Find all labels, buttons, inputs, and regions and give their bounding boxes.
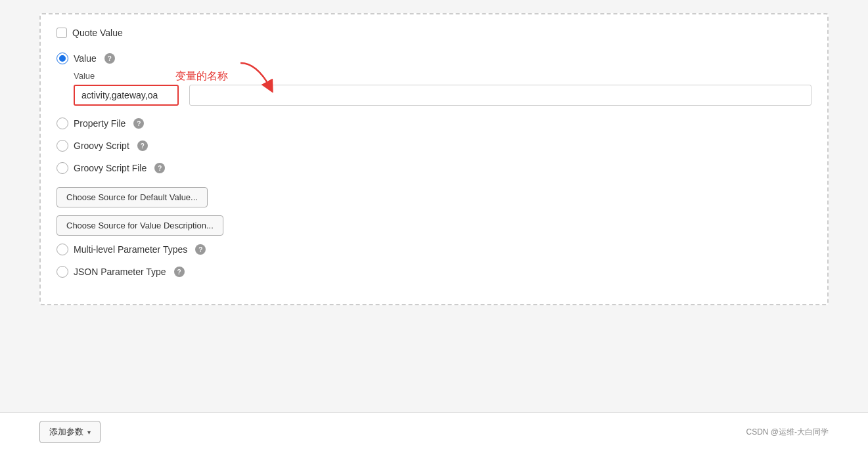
annotation-container: 变量的名称 <box>175 60 283 93</box>
multi-level-help-icon[interactable]: ? <box>195 244 206 255</box>
footer-credit: CSDN @运维-大白同学 <box>746 427 829 438</box>
property-file-label: Property File <box>74 118 126 129</box>
add-param-caret: ▾ <box>87 429 91 436</box>
options-panel: Quote Value Value ? Value <box>39 13 829 305</box>
value-radio[interactable] <box>57 53 68 64</box>
choose-default-button[interactable]: Choose Source for Default Value... <box>57 187 208 207</box>
json-param-label: JSON Parameter Type <box>74 267 166 277</box>
multi-level-radio[interactable] <box>57 244 68 255</box>
groovy-script-label: Groovy Script <box>74 140 129 151</box>
property-file-row: Property File ? <box>57 118 811 129</box>
quote-value-row: Quote Value <box>57 28 811 38</box>
groovy-script-help-icon[interactable]: ? <box>137 140 148 151</box>
value-help-icon[interactable]: ? <box>104 53 115 64</box>
page-wrapper: Quote Value Value ? Value <box>0 0 868 451</box>
property-file-radio[interactable] <box>57 118 68 129</box>
multi-level-row: Multi-level Parameter Types ? <box>57 244 811 255</box>
property-file-help-icon[interactable]: ? <box>133 118 144 129</box>
add-param-label: 添加参数 <box>49 426 83 438</box>
main-content: Quote Value Value ? Value <box>0 0 868 412</box>
multi-level-label: Multi-level Parameter Types <box>74 244 187 255</box>
value-radio-label: Value <box>74 53 97 64</box>
groovy-script-radio[interactable] <box>57 140 68 152</box>
value-radio-row: Value ? <box>57 53 811 64</box>
add-param-button[interactable]: 添加参数 ▾ <box>39 421 101 443</box>
value-input-area: 变量的名称 <box>74 85 811 106</box>
value-section: Value ? Value 变量的名称 <box>57 53 811 106</box>
annotation-arrow <box>237 60 283 93</box>
quote-value-checkbox[interactable] <box>57 28 67 38</box>
quote-value-checkbox-wrap[interactable]: Quote Value <box>57 28 123 38</box>
quote-value-label: Quote Value <box>72 28 123 38</box>
groovy-script-file-row: Groovy Script File ? <box>57 162 811 174</box>
footer-bar: 添加参数 ▾ CSDN @运维-大白同学 <box>0 412 868 451</box>
groovy-script-file-help-icon[interactable]: ? <box>154 163 165 173</box>
annotation-text: 变量的名称 <box>175 70 228 83</box>
source-buttons: Choose Source for Default Value... Choos… <box>57 187 811 236</box>
choose-description-button[interactable]: Choose Source for Value Description... <box>57 215 223 236</box>
value-highlighted-input[interactable] <box>74 85 179 106</box>
json-param-row: JSON Parameter Type ? <box>57 266 811 278</box>
groovy-script-file-label: Groovy Script File <box>74 163 147 173</box>
json-param-radio[interactable] <box>57 266 68 278</box>
json-param-help-icon[interactable]: ? <box>174 267 185 277</box>
groovy-script-file-radio[interactable] <box>57 162 68 174</box>
bottom-options: Multi-level Parameter Types ? JSON Param… <box>57 244 811 278</box>
groovy-script-row: Groovy Script ? <box>57 140 811 152</box>
